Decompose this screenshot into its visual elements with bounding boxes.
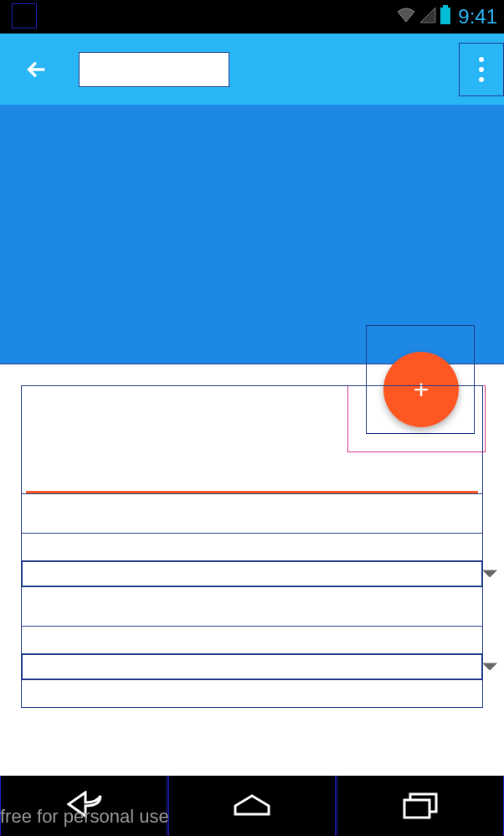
nav-recent-button[interactable] (337, 776, 504, 836)
spinner-2[interactable] (21, 653, 483, 680)
more-vert-icon (479, 57, 484, 82)
text-input-primary[interactable] (21, 385, 483, 494)
text-input-secondary[interactable] (21, 493, 483, 534)
spinner-field (22, 561, 482, 586)
svg-rect-2 (404, 800, 429, 818)
back-arrow-icon (25, 58, 49, 81)
back-button[interactable] (3, 34, 70, 105)
wifi-icon (396, 7, 416, 27)
debug-outline (12, 3, 37, 28)
nav-home-icon (232, 794, 272, 818)
bottom-row (21, 679, 483, 708)
nav-home-button[interactable] (168, 776, 336, 836)
nav-recent-icon (402, 792, 439, 820)
spacer-row (21, 586, 483, 627)
svg-rect-1 (443, 5, 448, 8)
svg-rect-0 (440, 8, 450, 24)
status-bar: 9:41 (0, 0, 504, 34)
app-bar (0, 34, 504, 105)
field-label-1 (21, 533, 483, 561)
dropdown-arrow-icon (482, 663, 497, 671)
field-label-2 (21, 626, 483, 654)
overflow-menu-button[interactable] (459, 43, 504, 96)
spinner-1[interactable] (21, 560, 483, 587)
watermark-text: free for personal use (0, 806, 169, 828)
spinner-field (22, 654, 482, 679)
form-content (21, 385, 483, 707)
dropdown-arrow-icon (482, 570, 497, 578)
battery-icon (440, 5, 451, 29)
signal-icon (419, 7, 436, 27)
status-time: 9:41 (458, 5, 497, 28)
input-underline (26, 491, 478, 493)
title-field[interactable] (79, 52, 229, 87)
